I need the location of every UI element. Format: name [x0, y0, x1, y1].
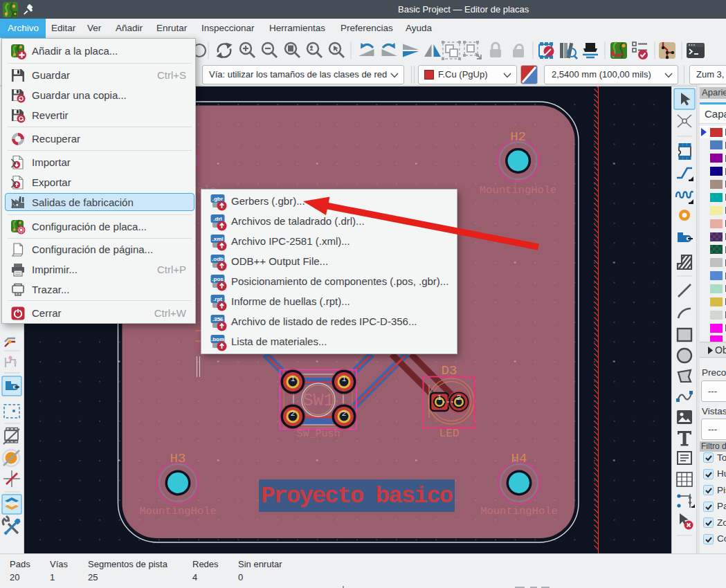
- svg-text:Proyecto basico: Proyecto basico: [261, 483, 453, 509]
- svg-text:H4: H4: [511, 451, 527, 466]
- svg-text:2: 2: [457, 394, 462, 402]
- svg-text:H3: H3: [170, 451, 186, 466]
- svg-text:1: 1: [342, 375, 347, 383]
- svg-text:H2: H2: [510, 129, 526, 145]
- svg-text:.drl: .drl: [213, 216, 221, 222]
- svg-text:MountingHole: MountingHole: [139, 505, 217, 517]
- svg-text:1: 1: [291, 375, 296, 383]
- svg-text:MountingHole: MountingHole: [480, 184, 557, 196]
- svg-text:MountingHole: MountingHole: [480, 505, 558, 517]
- svg-text:LED: LED: [439, 428, 460, 440]
- svg-text:D3: D3: [442, 363, 457, 378]
- svg-text:2: 2: [291, 410, 296, 418]
- svg-text:2: 2: [342, 410, 347, 418]
- svg-text:SW1: SW1: [302, 391, 334, 411]
- svg-text:SW_Push: SW_Push: [296, 428, 340, 440]
- svg-text:1: 1: [437, 394, 442, 402]
